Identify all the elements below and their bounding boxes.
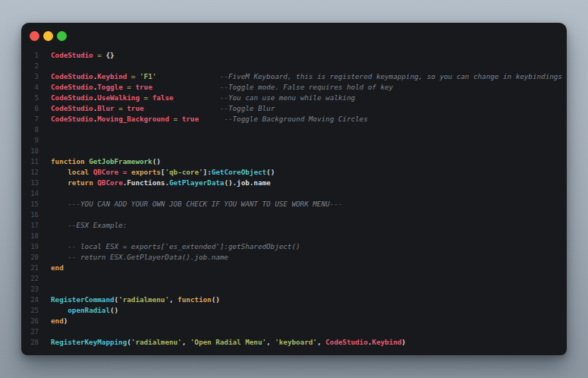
code-line: 5CodeStudio.UseWalking = false --You can… (21, 93, 567, 103)
code-block: 1CodeStudio = {}23CodeStudio.Keybind = '… (21, 49, 567, 355)
token-red: CodeStudio (51, 93, 93, 102)
token-red: Keybind (372, 338, 401, 346)
line-number: 16 (21, 209, 39, 220)
token-com: --You can use menu while walking (220, 93, 355, 102)
token-wh: , (266, 338, 275, 346)
line-number: 4 (21, 82, 39, 93)
token-com: --Toggle Background Moving Circles (224, 115, 367, 123)
token-wh (51, 253, 68, 261)
line-number: 20 (21, 252, 39, 263)
token-kw: local (68, 168, 89, 176)
line-number: 15 (21, 199, 39, 209)
window-titlebar (21, 23, 567, 49)
code-text: function GetJobFramework() (51, 156, 161, 167)
line-number: 18 (21, 231, 39, 241)
token-kw: end (51, 317, 64, 325)
token-wh (51, 178, 68, 187)
token-red: Blur (97, 104, 114, 112)
token-red: CodeStudio (51, 104, 93, 112)
code-line: 10 (21, 146, 567, 156)
token-wh (144, 104, 220, 112)
code-text: ---YOU CAN ADD YOUR OWN JOB CHECK IF YOU… (51, 199, 342, 209)
code-line: 26end) (21, 316, 567, 326)
token-kw: function (178, 295, 212, 304)
code-line: 16 (21, 209, 567, 220)
code-editor-window: 1CodeStudio = {}23CodeStudio.Keybind = '… (21, 23, 567, 355)
token-wh: .Functions. (123, 178, 169, 187)
token-red: Keybind (97, 72, 127, 80)
minimize-button-icon[interactable] (43, 31, 53, 41)
token-red: QBCore (97, 178, 122, 187)
token-kw: exports (131, 168, 161, 176)
code-line: 24RegisterCommand('radialmenu', function… (21, 295, 567, 305)
line-number: 5 (21, 93, 39, 103)
code-line: 14 (21, 188, 567, 199)
code-line: 17 --ESX Example: (21, 220, 567, 231)
close-button-icon[interactable] (30, 31, 39, 41)
token-wh: ().job.name (224, 178, 270, 187)
code-text: local QBCore = exports['qb-core']:GetCor… (51, 167, 275, 178)
code-line: 3CodeStudio.Keybind = 'F1' --FiveM Keybo… (21, 71, 567, 82)
code-text: end (51, 263, 64, 273)
code-line: 11function GetJobFramework() (21, 156, 567, 167)
token-red: CodeStudio (51, 51, 93, 59)
line-number: 24 (21, 295, 39, 305)
code-line: 23 (21, 284, 567, 295)
token-wh: () (266, 168, 275, 176)
line-number: 14 (21, 188, 39, 199)
line-number: 17 (21, 220, 39, 231)
line-number: 2 (21, 61, 39, 71)
token-fn: GetJobFramework (89, 157, 153, 165)
code-text: return QBCore.Functions.GetPlayerData().… (51, 178, 271, 188)
code-line: 2 (21, 61, 567, 71)
code-text: openRadial() (51, 305, 118, 316)
token-red: Moving_Background (97, 115, 169, 123)
token-com: --Toggle mode. False requires hold of ke… (220, 83, 393, 91)
token-red: true (135, 83, 152, 91)
token-red: Toggle (97, 83, 122, 91)
token-cy: RegisterCommand (51, 295, 115, 304)
code-text: CodeStudio.Toggle = true --Toggle mode. … (51, 82, 393, 93)
token-com: --ESX Example: (68, 221, 127, 229)
code-text: --ESX Example: (51, 220, 127, 231)
code-line: 27 (21, 326, 567, 337)
code-line: 6CodeStudio.Blur = true --Toggle Blur (21, 103, 567, 114)
token-str: 'Open Radial Menu' (190, 338, 266, 346)
token-red: CodeStudio (51, 83, 93, 91)
token-red: false (153, 93, 174, 102)
code-line: 28RegisterKeyMapping('radialmenu', 'Open… (21, 337, 567, 348)
line-number: 27 (21, 326, 39, 337)
line-number: 12 (21, 167, 39, 178)
token-com: ---YOU CAN ADD YOUR OWN JOB CHECK IF YOU… (68, 200, 342, 208)
token-cy: openRadial (68, 306, 110, 314)
code-line: 20 -- return ESX.GetPlayerData().job.nam… (21, 252, 567, 263)
line-number: 7 (21, 114, 39, 124)
code-line: 18 (21, 231, 567, 241)
token-wh: ) (64, 317, 68, 325)
code-text: RegisterCommand('radialmenu', function() (51, 295, 220, 305)
token-wh: () (153, 157, 161, 165)
token-cy: RegisterKeyMapping (51, 338, 127, 346)
token-wh (199, 115, 224, 123)
token-wh: , (317, 338, 325, 346)
token-red: CodeStudio (51, 115, 93, 123)
token-com: --Toggle Blur (220, 104, 275, 112)
token-wh (174, 93, 220, 102)
line-number: 19 (21, 241, 39, 252)
zoom-button-icon[interactable] (57, 31, 67, 41)
code-text: CodeStudio.Keybind = 'F1' --FiveM Keyboa… (51, 71, 562, 82)
code-line: 22 (21, 273, 567, 284)
token-str: 'F1' (140, 72, 156, 80)
code-text: end) (51, 316, 68, 326)
token-str: 'radialmenu' (118, 295, 169, 304)
token-wh: ) (401, 338, 406, 346)
code-text: -- local ESX = exports['es_extended']:ge… (51, 241, 300, 252)
token-kw: end (51, 263, 64, 272)
token-wh: () (212, 295, 220, 304)
line-number: 23 (21, 284, 39, 295)
token-red: UseWalking (97, 93, 140, 102)
line-number: 9 (21, 135, 39, 146)
token-red: QBCore (93, 168, 118, 176)
token-red: true (127, 104, 143, 112)
code-line: 21end (21, 263, 567, 273)
